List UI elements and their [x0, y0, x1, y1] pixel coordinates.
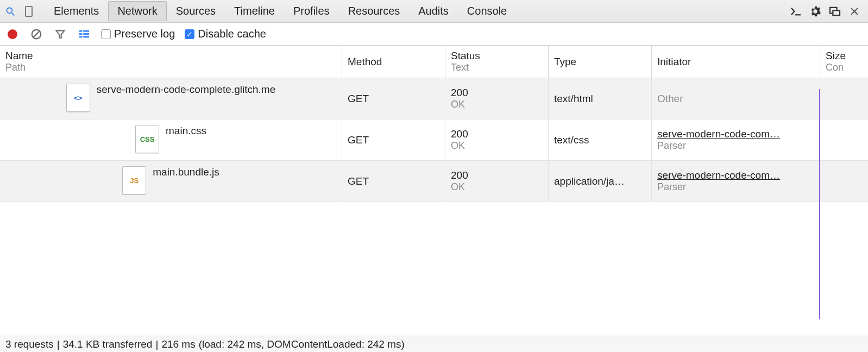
cell-initiator-value: Other	[657, 93, 814, 105]
network-row[interactable]: CSSmain.cssGET200OKtext/cssserve-modern-…	[0, 120, 868, 161]
cell-type: text/html	[549, 78, 652, 119]
tab-timeline[interactable]: Timeline	[225, 1, 284, 21]
cell-status: 200OK	[445, 161, 549, 202]
svg-rect-15	[79, 36, 82, 37]
tab-network[interactable]: Network	[108, 1, 166, 21]
cell-size	[820, 120, 868, 160]
checkbox-checked-icon: ✓	[185, 29, 194, 39]
tab-sources[interactable]: Sources	[167, 1, 225, 21]
tabstrip-right	[788, 3, 866, 20]
device-icon[interactable]	[21, 3, 37, 20]
col-type-label: Type	[554, 56, 646, 68]
svg-marker-10	[56, 30, 65, 37]
cell-method: GET	[342, 161, 445, 202]
cell-type: application/ja…	[549, 161, 652, 202]
network-toolbar: Preserve log ✓ Disable cache	[0, 23, 868, 46]
cell-method-value: GET	[348, 93, 439, 105]
col-method-label: Method	[348, 56, 439, 68]
col-initiator-label: Initiator	[657, 56, 814, 68]
cell-initiator: Other	[652, 78, 820, 119]
col-initiator[interactable]: Initiator	[652, 46, 820, 78]
cell-name: JSmain.bundle.js	[0, 161, 342, 202]
clear-button[interactable]	[29, 27, 43, 41]
cell-initiator-sub: Parser	[657, 181, 814, 193]
cell-name: CSSmain.css	[0, 120, 342, 160]
svg-line-1	[12, 12, 15, 15]
cell-status-value: 200	[451, 128, 543, 140]
network-row[interactable]: JSmain.bundle.jsGET200OKapplication/ja…s…	[0, 161, 868, 202]
cell-method-value: GET	[348, 175, 439, 187]
tab-elements[interactable]: Elements	[45, 1, 108, 21]
col-name-sub: Path	[5, 62, 336, 73]
col-name-label: Name	[5, 50, 336, 62]
record-button[interactable]	[5, 27, 20, 41]
request-name: main.bundle.js	[153, 166, 219, 178]
disable-cache-label: Disable cache	[198, 28, 266, 40]
tab-resources[interactable]: Resources	[339, 1, 410, 21]
record-dot-icon	[8, 29, 17, 39]
settings-gear-icon[interactable]	[807, 3, 823, 20]
cell-size	[820, 161, 868, 202]
cell-type-value: text/css	[554, 134, 646, 146]
svg-rect-5	[833, 10, 840, 15]
svg-point-0	[7, 8, 12, 13]
col-size-sub: Con	[826, 62, 863, 73]
cell-initiator-sub: Parser	[657, 140, 814, 152]
tab-profiles[interactable]: Profiles	[284, 1, 339, 21]
tab-audits[interactable]: Audits	[409, 1, 458, 21]
network-row[interactable]: <>serve-modern-code-complete.glitch.meGE…	[0, 78, 868, 120]
col-name[interactable]: Name Path	[0, 46, 342, 78]
file-html-icon: <>	[66, 84, 90, 112]
status-time: 216 ms	[161, 338, 195, 350]
cell-status: 200OK	[445, 120, 549, 160]
tab-console[interactable]: Console	[458, 1, 516, 21]
file-css-icon: CSS	[135, 125, 159, 153]
svg-rect-11	[79, 30, 82, 32]
cell-method: GET	[342, 120, 445, 160]
col-size[interactable]: Size Con	[820, 46, 868, 78]
cell-initiator-value[interactable]: serve-modern-code-com…	[657, 128, 814, 140]
devtools-tabstrip: Elements Network Sources Timeline Profil…	[0, 0, 868, 23]
checkbox-icon	[101, 29, 111, 39]
svg-rect-12	[83, 30, 89, 32]
col-method[interactable]: Method	[342, 46, 445, 78]
cell-status-value: 200	[451, 87, 543, 99]
filter-icon[interactable]	[53, 27, 67, 41]
cell-status: 200OK	[445, 78, 549, 119]
cell-type-value: application/ja…	[554, 175, 646, 187]
panel-tabs: Elements Network Sources Timeline Profil…	[45, 1, 516, 21]
status-transferred: 34.1 KB transferred	[63, 338, 153, 350]
status-bar: 3 requests | 34.1 KB transferred | 216 m…	[0, 336, 868, 352]
col-size-label: Size	[826, 50, 863, 62]
cell-size	[820, 78, 868, 119]
col-type[interactable]: Type	[549, 46, 652, 78]
cell-name: <>serve-modern-code-complete.glitch.me	[0, 78, 342, 119]
dock-icon[interactable]	[827, 3, 843, 20]
cell-initiator: serve-modern-code-com…Parser	[652, 120, 820, 160]
col-status[interactable]: Status Text	[445, 46, 549, 78]
col-status-label: Status	[451, 50, 543, 62]
col-status-sub: Text	[451, 62, 543, 73]
svg-rect-16	[83, 36, 89, 37]
preserve-log-toggle[interactable]: Preserve log	[101, 28, 175, 40]
cell-status-value: 200	[451, 169, 543, 181]
cell-type: text/css	[549, 120, 652, 160]
status-extra: (load: 242 ms, DOMContentLoaded: 242 ms)	[199, 338, 405, 350]
request-name: serve-modern-code-complete.glitch.me	[97, 84, 275, 96]
cell-initiator-value[interactable]: serve-modern-code-com…	[657, 169, 814, 181]
large-rows-icon[interactable]	[77, 27, 91, 41]
close-icon[interactable]	[846, 3, 863, 20]
search-icon[interactable]	[2, 3, 18, 20]
status-requests: 3 requests	[5, 338, 54, 350]
grid-header-row: Name Path Method Status Text Type Initia…	[0, 46, 868, 78]
disable-cache-toggle[interactable]: ✓ Disable cache	[185, 28, 266, 40]
file-js-icon: JS	[122, 166, 146, 194]
cell-status-sub: OK	[451, 99, 543, 110]
svg-rect-13	[79, 33, 82, 35]
cell-type-value: text/html	[554, 93, 646, 105]
cell-status-sub: OK	[451, 181, 543, 193]
drawer-toggle-icon[interactable]	[788, 3, 804, 20]
grid-body[interactable]: <>serve-modern-code-complete.glitch.meGE…	[0, 78, 868, 336]
cell-initiator: serve-modern-code-com…Parser	[652, 161, 820, 202]
cell-status-sub: OK	[451, 140, 543, 152]
